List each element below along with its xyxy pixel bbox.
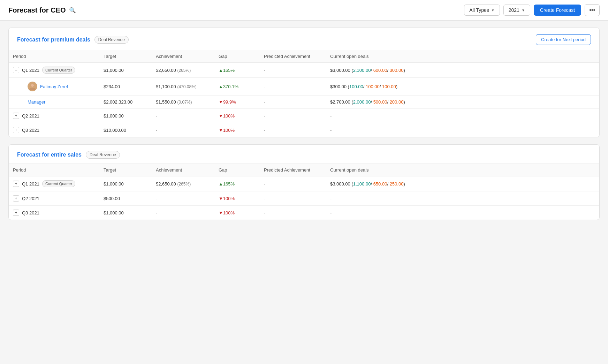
person-name-link[interactable]: Fatimay Zeref xyxy=(40,84,68,89)
period-cell: + Q2 2021 xyxy=(9,191,99,206)
target-cell: $1,000.00 xyxy=(99,63,152,78)
chevron-down-icon: ▼ xyxy=(491,8,495,12)
more-options-button[interactable]: ••• xyxy=(585,4,600,16)
open-deals-cell: - xyxy=(326,109,599,123)
achievement-cell: - xyxy=(152,191,214,206)
premium-deals-card: Forecast for premium deals Deal Revenue … xyxy=(8,28,600,137)
target-cell: $1,000.00 xyxy=(99,176,152,191)
top-bar-left: Forecast for CEO 🔍 xyxy=(8,6,76,14)
page-title: Forecast for CEO xyxy=(8,6,66,14)
svg-point-2 xyxy=(31,84,34,87)
open-deal-val2: 100.00 xyxy=(366,84,380,89)
table-row: + Q2 2021 $1,000.00 - ▼100% - - xyxy=(9,109,599,123)
gap-value: ▼99.9% xyxy=(219,99,236,105)
down-arrow-icon: ▼ xyxy=(219,210,223,215)
all-types-dropdown[interactable]: All Types ▼ xyxy=(464,5,500,16)
entire-sales-table: Period Target Achievement Gap Predicted … xyxy=(9,164,599,220)
avatar-image xyxy=(28,82,37,91)
predicted-cell: - xyxy=(260,78,326,96)
gap-cell: ▼100% xyxy=(214,123,260,137)
target-cell: $500.00 xyxy=(99,191,152,206)
open-deal-val2: 600.00 xyxy=(373,68,387,73)
achievement-cell: $2,650.00 (265%) xyxy=(152,176,214,191)
current-quarter-badge: Current Quarter xyxy=(42,67,75,74)
main-content: Forecast for premium deals Deal Revenue … xyxy=(0,21,608,227)
gap-value: ▼100% xyxy=(219,113,235,119)
achievement-cell: $1,550.00 (0.07%) xyxy=(152,96,214,109)
open-deals-column-header: Current open deals xyxy=(326,50,599,63)
person-cell-container: Fatimay Zeref xyxy=(9,78,99,96)
period-label: Q3 2021 xyxy=(22,210,39,215)
open-deals-cell: $3,000.00 (1,100.00/ 650.00/ 250.00) xyxy=(326,176,599,191)
create-next-period-button[interactable]: Create for Next period xyxy=(536,34,591,45)
open-deals-column-header: Current open deals xyxy=(326,164,599,176)
expand-icon[interactable]: + xyxy=(13,181,19,187)
expand-icon[interactable]: + xyxy=(13,113,19,119)
gap-value: ▲165% xyxy=(219,68,235,73)
open-deals-value: $3,000.00 (2,100.00/ 600.00/ 300.00) xyxy=(330,68,405,73)
open-deal-val3: 300.00 xyxy=(390,68,404,73)
achievement-cell: $2,650.00 (265%) xyxy=(152,63,214,78)
table-row: − Q1 2021 Current Quarter $1,000.00 $2,6… xyxy=(9,63,599,78)
open-deal-val1: 2,100.00 xyxy=(353,68,371,73)
expand-icon[interactable]: + xyxy=(13,127,19,133)
target-column-header: Target xyxy=(99,164,152,176)
current-quarter-badge: Current Quarter xyxy=(42,180,75,187)
predicted-cell: - xyxy=(260,96,326,109)
premium-deals-title[interactable]: Forecast for premium deals xyxy=(17,37,90,43)
up-arrow-icon: ▲ xyxy=(219,181,223,187)
open-deal-val1: 1,100.00 xyxy=(353,181,371,187)
down-arrow-icon: ▼ xyxy=(219,128,223,133)
target-cell: $1,000.00 xyxy=(99,109,152,123)
achievement-pct: (265%) xyxy=(177,68,191,73)
achievement-pct: (0.07%) xyxy=(177,100,192,105)
open-deal-val1: 100.00 xyxy=(349,84,363,89)
predicted-cell: - xyxy=(260,109,326,123)
expand-icon[interactable]: + xyxy=(13,195,19,202)
entire-sales-title[interactable]: Forecast for entire sales xyxy=(17,152,82,158)
expand-icon[interactable]: + xyxy=(13,210,19,216)
open-deal-val2: 650.00 xyxy=(373,181,387,187)
manager-link[interactable]: Manager xyxy=(13,99,45,105)
predicted-cell: - xyxy=(260,63,326,78)
achievement-column-header: Achievement xyxy=(152,50,214,63)
create-forecast-button[interactable]: Create Forecast xyxy=(534,5,581,16)
table-row: + Q2 2021 $500.00 - ▼100% - - xyxy=(9,191,599,206)
achievement-pct: (265%) xyxy=(177,182,191,187)
top-bar: Forecast for CEO 🔍 All Types ▼ 2021 ▼ Cr… xyxy=(0,0,608,21)
gap-cell: ▼100% xyxy=(214,206,260,220)
down-arrow-icon: ▼ xyxy=(219,113,223,119)
table-row: Manager $2,002,323.00 $1,550.00 (0.07%) … xyxy=(9,96,599,109)
gap-value: ▼100% xyxy=(219,128,235,133)
gap-column-header: Gap xyxy=(214,164,260,176)
achievement-column-header: Achievement xyxy=(152,164,214,176)
open-deal-val3: 250.00 xyxy=(390,181,404,187)
year-dropdown[interactable]: 2021 ▼ xyxy=(503,5,530,16)
achievement-value: $2,650.00 (265%) xyxy=(156,181,191,187)
open-deals-cell: $300.00 (100.00/ 100.00/ 100.00) xyxy=(326,78,599,96)
predicted-cell: - xyxy=(260,176,326,191)
achievement-value: $1,100.00 (470.08%) xyxy=(156,84,197,89)
open-deals-cell: - xyxy=(326,206,599,220)
gap-cell: ▼100% xyxy=(214,109,260,123)
table-header-row: Period Target Achievement Gap Predicted … xyxy=(9,50,599,63)
open-deals-value: $2,700.00 (2,000.00/ 500.00/ 200.00) xyxy=(330,99,405,105)
deal-revenue-badge-2: Deal Revenue xyxy=(86,151,120,159)
down-arrow-icon: ▼ xyxy=(219,99,223,105)
gap-column-header: Gap xyxy=(214,50,260,63)
table-header-row: Period Target Achievement Gap Predicted … xyxy=(9,164,599,176)
open-deals-cell: $3,000.00 (2,100.00/ 600.00/ 300.00) xyxy=(326,63,599,78)
deal-revenue-badge: Deal Revenue xyxy=(94,36,129,44)
achievement-pct: (470.08%) xyxy=(177,84,196,89)
gap-value: ▲370.1% xyxy=(219,84,238,89)
search-icon[interactable]: 🔍 xyxy=(69,7,76,14)
gap-value: ▲165% xyxy=(219,181,235,187)
down-arrow-icon: ▼ xyxy=(219,196,223,201)
predicted-column-header: Predicted Achievement xyxy=(260,164,326,176)
entire-sales-card: Forecast for entire sales Deal Revenue P… xyxy=(8,144,600,220)
collapse-icon[interactable]: − xyxy=(13,67,19,73)
open-deals-value: $3,000.00 (1,100.00/ 650.00/ 250.00) xyxy=(330,181,405,187)
open-deals-cell: - xyxy=(326,191,599,206)
gap-cell: ▼99.9% xyxy=(214,96,260,109)
open-deal-val3: 100.00 xyxy=(382,84,396,89)
